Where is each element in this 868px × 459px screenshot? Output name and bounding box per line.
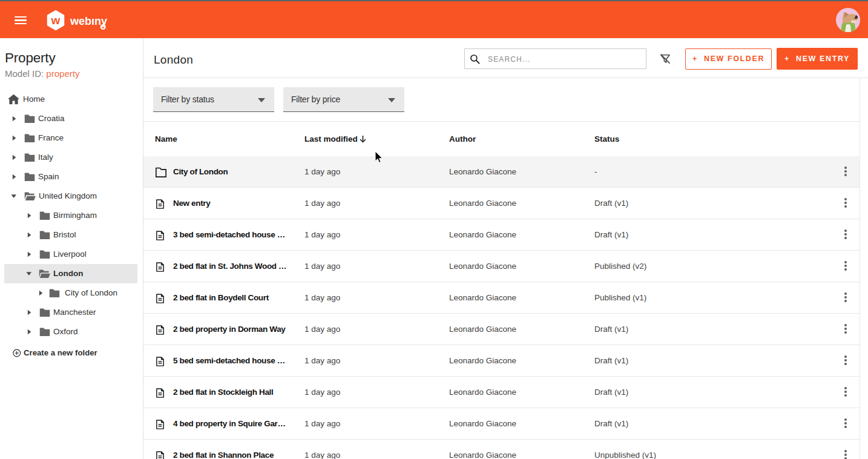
svg-text:w: w [51,14,61,27]
